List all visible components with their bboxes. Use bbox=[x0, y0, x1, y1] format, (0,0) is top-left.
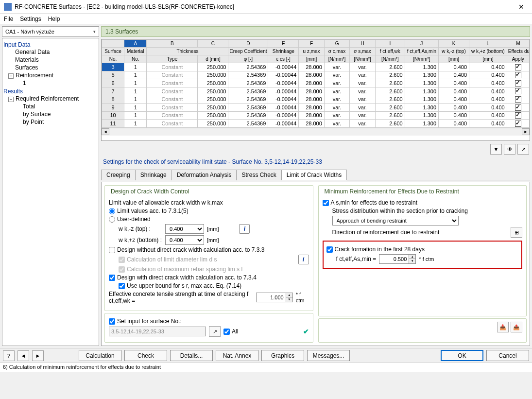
table-row[interactable]: 7 1 Constant 250.000 2.54369 -0.00044 28… bbox=[102, 87, 530, 95]
tree-input-data[interactable]: Input Data bbox=[3, 41, 98, 48]
details-button[interactable]: Details... bbox=[170, 350, 213, 361]
table-row[interactable]: 9 1 Constant 250.000 2.54369 -0.00044 28… bbox=[102, 103, 530, 111]
apply-checkbox[interactable] bbox=[515, 104, 521, 111]
apply-checkbox[interactable] bbox=[515, 121, 521, 127]
menu-help[interactable]: Help bbox=[48, 16, 60, 22]
apply-checkbox[interactable] bbox=[515, 80, 521, 87]
horizontal-scrollbar[interactable]: ◄ ► bbox=[102, 128, 530, 136]
tab-deformation[interactable]: Deformation Analysis bbox=[172, 170, 237, 180]
export-icon[interactable]: 📤 bbox=[511, 322, 522, 332]
tree-reinforcement[interactable]: −Reinforcement bbox=[3, 71, 98, 79]
tree-surfaces[interactable]: Surfaces bbox=[3, 64, 98, 71]
apply-checkbox[interactable] bbox=[515, 64, 521, 70]
table-row[interactable]: 6 1 Constant 250.000 2.54369 -0.00044 28… bbox=[102, 79, 530, 87]
tree-reinf-1[interactable]: 1 bbox=[3, 79, 98, 87]
menu-settings[interactable]: Settings bbox=[20, 16, 41, 22]
spin-up-icon[interactable]: ▲ bbox=[286, 293, 292, 297]
collapse-icon[interactable]: − bbox=[8, 73, 14, 79]
table-row[interactable]: 8 1 Constant 250.000 2.54369 -0.00044 28… bbox=[102, 95, 530, 104]
wk-top-label: w k,-z (top) : bbox=[119, 226, 162, 232]
eye-icon[interactable]: 👁 bbox=[504, 144, 515, 155]
window-title: RF-CONCRETE Surfaces - [EC2 - building m… bbox=[15, 3, 515, 10]
settings-tabs: Creeping Shrinkage Deformation Analysis … bbox=[101, 169, 530, 180]
tree-materials[interactable]: Materials bbox=[3, 56, 98, 64]
fcteffwk-input[interactable]: ▲▼ bbox=[256, 293, 293, 302]
fcteffasmin-label: f ct,eff,As,min = bbox=[336, 256, 377, 262]
apply-checkbox[interactable] bbox=[515, 88, 521, 94]
settings-label: Settings for the check of serviceability… bbox=[101, 157, 530, 166]
chk-design-with[interactable] bbox=[109, 275, 115, 281]
tree-general-data[interactable]: General Data bbox=[3, 48, 98, 56]
nat-annex-button[interactable]: Nat. Annex bbox=[216, 350, 258, 361]
collapse-icon[interactable]: − bbox=[8, 97, 14, 102]
table-row[interactable]: 11 1 Constant 250.000 2.54369 -0.00044 2… bbox=[102, 120, 530, 128]
panel-title: 1.3 Surfaces bbox=[101, 26, 530, 37]
messages-button[interactable]: Messages... bbox=[307, 350, 350, 361]
chk-design-without[interactable] bbox=[109, 247, 115, 253]
spin-down-icon[interactable]: ▼ bbox=[286, 297, 292, 302]
apply-checkbox[interactable] bbox=[515, 72, 521, 78]
wk-bottom-input[interactable]: 0.400 bbox=[165, 235, 204, 245]
menu-file[interactable]: File bbox=[4, 16, 13, 22]
info-icon[interactable]: i bbox=[239, 224, 250, 234]
radio-limit-731[interactable]: Limit values acc. to 7.3.1(5) bbox=[109, 208, 189, 214]
chk-calc-spacing bbox=[119, 266, 125, 273]
spin-down-icon[interactable]: ▼ bbox=[409, 259, 415, 263]
tree-req-reinf[interactable]: −Required Reinforcement bbox=[3, 95, 98, 103]
ok-button[interactable]: OK bbox=[441, 350, 483, 361]
eff-tensile-label: Effective concrete tensile strength at t… bbox=[109, 291, 253, 304]
calculation-button[interactable]: Calculation bbox=[79, 350, 121, 361]
next-icon[interactable]: ► bbox=[32, 350, 44, 361]
wk-bottom-label: w k,+z (bottom) : bbox=[119, 237, 162, 243]
approach-select[interactable]: Approach of bending restraint bbox=[332, 216, 459, 226]
tree-by-surface[interactable]: by Surface bbox=[3, 110, 98, 118]
import-icon[interactable]: 📥 bbox=[497, 322, 509, 332]
tab-creeping[interactable]: Creeping bbox=[101, 170, 136, 180]
close-icon[interactable]: ✕ bbox=[515, 3, 528, 11]
fcteffasmin-input[interactable]: ▲▼ bbox=[379, 254, 416, 264]
spin-up-icon[interactable]: ▲ bbox=[409, 255, 415, 259]
chk-crack-28[interactable] bbox=[326, 246, 333, 253]
menu-bar: File Settings Help bbox=[0, 14, 532, 24]
chk-set-input[interactable] bbox=[109, 318, 115, 325]
surface-list-input[interactable] bbox=[109, 327, 206, 336]
apply-check-icon[interactable]: ✔ bbox=[303, 328, 309, 335]
prev-icon[interactable]: ◄ bbox=[17, 350, 29, 361]
tab-shrinkage[interactable]: Shrinkage bbox=[135, 170, 172, 180]
direction-label: Direction of reinforcement due to restra… bbox=[332, 229, 508, 236]
scroll-right-icon[interactable]: ► bbox=[522, 128, 530, 135]
table-row[interactable]: 3 1 Constant 250.000 2.54369 -0.00044 28… bbox=[102, 63, 530, 71]
pick-icon[interactable]: ↗ bbox=[517, 144, 529, 155]
pick-surface-icon[interactable]: ↗ bbox=[209, 326, 221, 337]
filter-icon[interactable]: ▼ bbox=[490, 144, 502, 155]
scroll-left-icon[interactable]: ◄ bbox=[102, 128, 109, 135]
table-row[interactable]: 5 1 Constant 250.000 2.54369 -0.00044 28… bbox=[102, 71, 530, 79]
table-toolbar: ▼ 👁 ↗ bbox=[101, 143, 530, 156]
tab-crack-widths[interactable]: Limit of Crack Widths bbox=[281, 170, 347, 180]
tree-results[interactable]: Results bbox=[3, 88, 98, 95]
stress-dist-label: Stress distribution within the section p… bbox=[323, 208, 523, 214]
tree-total[interactable]: Total bbox=[3, 103, 98, 110]
chk-upper-bound[interactable] bbox=[119, 283, 125, 289]
apply-checkbox[interactable] bbox=[515, 96, 521, 103]
graphics-button[interactable]: Graphics bbox=[261, 350, 304, 361]
table-row[interactable]: 10 1 Constant 250.000 2.54369 -0.00044 2… bbox=[102, 111, 530, 120]
tab-stress-check[interactable]: Stress Check bbox=[236, 170, 281, 180]
wk-top-input[interactable]: 0.400 bbox=[165, 224, 204, 234]
limit-value-label: Limit value of allowable crack width w k… bbox=[109, 199, 309, 206]
help-icon[interactable]: ? bbox=[3, 350, 15, 361]
cancel-button[interactable]: Cancel bbox=[486, 350, 529, 361]
apply-checkbox[interactable] bbox=[515, 112, 521, 119]
chk-all[interactable]: All bbox=[223, 328, 238, 335]
highlighted-section: Crack formation in the first 28 days f c… bbox=[323, 241, 523, 269]
bottom-bar: ? ◄ ► Calculation Check Details... Nat. … bbox=[0, 348, 532, 363]
tree-by-point[interactable]: by Point bbox=[3, 118, 98, 126]
app-icon bbox=[4, 3, 12, 11]
case-combo[interactable]: CA1 - Návrh výztuže bbox=[2, 26, 99, 37]
chk-asmin[interactable] bbox=[323, 200, 329, 206]
info-icon[interactable]: i bbox=[298, 255, 309, 264]
status-bar: 6) Calculation of minimum reinforcement … bbox=[0, 363, 532, 372]
check-button[interactable]: Check bbox=[124, 350, 167, 361]
radio-user-defined[interactable]: User-defined bbox=[109, 216, 151, 223]
direction-icon[interactable]: ⊞ bbox=[511, 227, 522, 238]
